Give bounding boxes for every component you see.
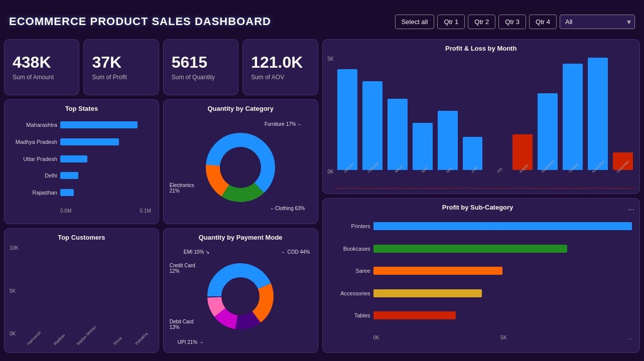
sc-label: Tables bbox=[330, 312, 370, 318]
bar-fill-neg bbox=[512, 134, 533, 170]
top-states-axis: 0.0M 0.1M bbox=[12, 208, 151, 214]
sc-fill bbox=[373, 222, 632, 230]
state-label: Delhi bbox=[12, 172, 57, 178]
kpi-aov-label: Sum of AOV bbox=[251, 74, 284, 81]
state-bar-delhi: Delhi bbox=[12, 172, 151, 179]
debit-label: Debit Card13% bbox=[170, 319, 194, 330]
select-all-button[interactable]: Select all bbox=[395, 15, 435, 29]
state-track bbox=[60, 121, 151, 128]
state-fill bbox=[60, 138, 119, 145]
bar-fill bbox=[538, 93, 558, 170]
furniture-label: Furniture 17% ← bbox=[265, 121, 303, 127]
customer-vishakha: Vishakha bbox=[131, 245, 151, 347]
bar-fill bbox=[388, 99, 408, 170]
kpi-profit: 37K Sum of Profit bbox=[83, 39, 159, 95]
sc-printers: Printers bbox=[330, 222, 632, 230]
axis-5k: 5K bbox=[328, 56, 334, 62]
top-customers-title: Top Customers bbox=[10, 234, 154, 241]
kpi-profit-label: Sum of Profit bbox=[92, 74, 126, 81]
bar-sep: September bbox=[536, 56, 560, 174]
more-options-button[interactable]: ··· bbox=[628, 205, 634, 214]
customer-label: Madhav bbox=[53, 333, 66, 346]
state-label: Madhya Pradesh bbox=[12, 139, 57, 145]
qtr3-button[interactable]: Qtr 3 bbox=[498, 15, 526, 29]
axis-5k: 5K bbox=[500, 335, 506, 340]
bar-dec: December bbox=[611, 56, 634, 174]
electronics-label: Electronics21% bbox=[170, 183, 194, 194]
quantity-category-chart: Quantity by Category Furniture 17% ← Ele… bbox=[163, 99, 318, 224]
header-controls: Select all Qtr 1 Qtr 2 Qtr 3 Qtr 4 All bbox=[322, 4, 640, 39]
state-track bbox=[60, 155, 151, 162]
kpi-quantity-label: Sum of Quantity bbox=[172, 74, 215, 81]
customer-harivansh: Harivansh bbox=[23, 245, 44, 347]
state-fill bbox=[60, 155, 87, 162]
filter-dropdown-wrapper: All bbox=[560, 15, 635, 29]
bar-jul: July bbox=[486, 56, 509, 174]
kpi-row: 438K Sum of Amount 37K Sum of Profit 561… bbox=[4, 39, 322, 99]
state-track bbox=[60, 138, 151, 145]
qtr1-button[interactable]: Qtr 1 bbox=[437, 15, 465, 29]
sc-fill bbox=[373, 311, 456, 319]
profit-loss-title: Profit & Loss by Month bbox=[328, 45, 635, 52]
qty-cat-donut: Furniture 17% ← Electronics21% ←Clothing… bbox=[169, 116, 313, 219]
kpi-quantity-value: 5615 bbox=[172, 54, 207, 71]
subcategory-header: Profit by Sub-Category ··· bbox=[328, 204, 635, 215]
sc-accessories: Accessories bbox=[330, 289, 632, 297]
profit-loss-chart: Profit & Loss by Month 5K 0K January bbox=[322, 39, 640, 194]
clothing-label: ←Clothing 63% bbox=[270, 206, 305, 211]
sub-cat-bars: Printers Bookcases Saree bbox=[328, 215, 635, 347]
upi-label: UPI 21% → bbox=[178, 339, 204, 345]
state-label: Rajasthan bbox=[12, 190, 57, 196]
sc-label: Accessories bbox=[330, 290, 370, 296]
right-panel: Profit & Loss by Month 5K 0K January bbox=[322, 39, 640, 357]
state-bar-raj: Rajasthan bbox=[12, 189, 151, 196]
state-track bbox=[60, 172, 151, 179]
kpi-aov: 121.0K Sum of AOV bbox=[242, 39, 318, 95]
state-fill bbox=[60, 189, 74, 196]
bar-jun: June bbox=[461, 56, 484, 174]
qtr4-button[interactable]: Qtr 4 bbox=[529, 15, 557, 29]
donut-svg bbox=[200, 127, 281, 208]
axis-label-0: 0.0M bbox=[60, 208, 71, 214]
qty-cat-title: Quantity by Category bbox=[169, 105, 313, 112]
bar-fill bbox=[438, 111, 458, 170]
bar-fill bbox=[588, 58, 608, 170]
filter-dropdown[interactable]: All bbox=[560, 15, 635, 29]
svg-point-3 bbox=[221, 148, 260, 187]
sc-label: Bookcases bbox=[330, 246, 370, 252]
sc-label: Saree bbox=[330, 268, 370, 274]
kpi-amount-value: 438K bbox=[13, 54, 51, 71]
sc-fill bbox=[373, 245, 568, 253]
bar-mar: March bbox=[385, 56, 409, 174]
profit-subcategory-chart: Profit by Sub-Category ··· Printers Book… bbox=[322, 198, 640, 353]
state-bar-maharashtra: Maharashtra bbox=[12, 121, 151, 128]
bar-apr: April bbox=[411, 56, 434, 174]
pl-bars: January February March Apr bbox=[336, 56, 634, 189]
bar-nov: November bbox=[586, 56, 609, 174]
axis-0k: 0K bbox=[10, 331, 19, 336]
kpi-aov-value: 121.0K bbox=[251, 54, 303, 71]
top-states-bars: Maharashtra Madhya Pradesh Uttar Pradesh bbox=[10, 116, 154, 219]
sc-fill bbox=[373, 267, 503, 275]
customer-y-axis: 10K 5K 0K bbox=[10, 245, 21, 347]
kpi-amount: 438K Sum of Amount bbox=[4, 39, 79, 95]
zero-line bbox=[336, 188, 634, 189]
emi-label: EMI 10% ↘ bbox=[184, 249, 209, 255]
payment-donut-svg bbox=[200, 256, 281, 336]
bar-fill bbox=[413, 123, 433, 170]
customer-label: Vishakha bbox=[134, 331, 149, 346]
credit-label: Credit Card12% bbox=[170, 263, 195, 274]
quantity-payment-chart: Quantity by Payment Mode ← COD 44% UPI bbox=[163, 228, 318, 353]
axis-5k: 5K bbox=[10, 288, 19, 294]
sc-track bbox=[373, 267, 632, 275]
qtr2-button[interactable]: Qtr 2 bbox=[468, 15, 495, 29]
state-fill bbox=[60, 172, 78, 179]
sc-saree: Saree bbox=[330, 267, 632, 275]
dashboard-title: ECOMMERCE PRODUCT SALES DASHBOARD bbox=[9, 15, 271, 28]
axis-0k: 0K bbox=[373, 335, 379, 340]
header-left: ECOMMERCE PRODUCT SALES DASHBOARD bbox=[4, 4, 322, 39]
sc-track bbox=[373, 222, 632, 230]
bar-oct: October bbox=[561, 56, 584, 174]
bar-fill bbox=[463, 137, 483, 170]
state-fill bbox=[60, 121, 138, 128]
